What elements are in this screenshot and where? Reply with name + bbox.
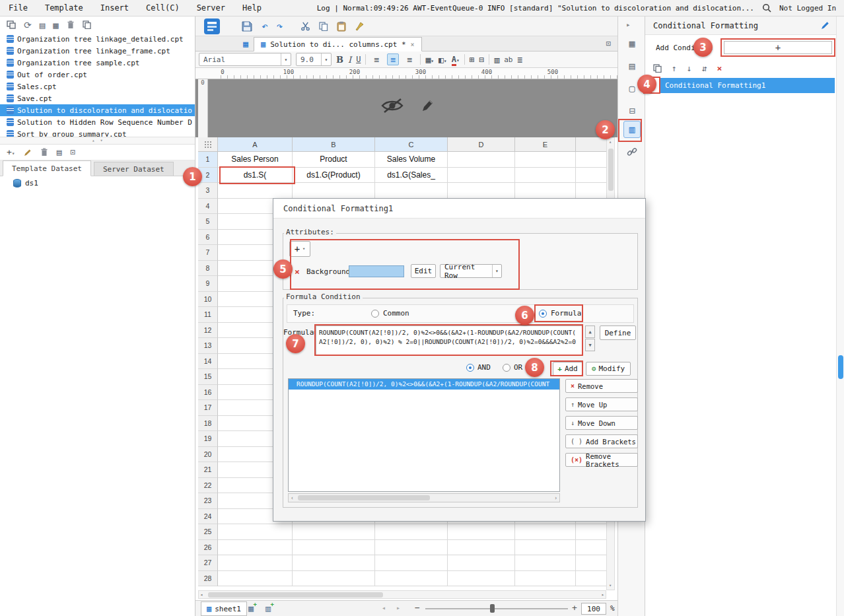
font-color-button[interactable]: A▾ <box>452 55 460 64</box>
save-icon[interactable] <box>241 20 253 32</box>
row-scope-select[interactable]: Current Row ▾ <box>440 264 502 278</box>
horizontal-scrollbar[interactable]: ◂ ▸ <box>198 590 606 599</box>
wrap-text-button[interactable]: ab <box>504 55 512 64</box>
scroll-thumb[interactable] <box>298 495 430 500</box>
cell-e28[interactable] <box>515 571 576 587</box>
add-condition-button[interactable]: + <box>724 41 832 54</box>
and-radio-label[interactable]: AND <box>477 363 491 372</box>
cell-d3[interactable] <box>448 183 515 199</box>
row-header-10[interactable]: 10 <box>198 292 218 308</box>
cell-c3[interactable] <box>375 183 448 199</box>
merge-cells-button[interactable]: ⊞ <box>470 55 475 65</box>
cell-b26[interactable] <box>293 540 375 556</box>
cell-element-tab-icon[interactable]: ▦ <box>623 35 641 52</box>
row-header-13[interactable]: 13 <box>198 338 218 354</box>
row-header-27[interactable]: 27 <box>198 555 218 571</box>
delete-condition-icon[interactable]: × <box>717 63 722 73</box>
cell-d25[interactable] <box>448 524 515 540</box>
tab-options-icon[interactable]: ⊡ <box>606 39 611 48</box>
remove-button[interactable]: ×Remove <box>565 379 638 393</box>
row-header-6[interactable]: 6 <box>198 230 218 246</box>
row-header-12[interactable]: 12 <box>198 323 218 339</box>
condition-expression-item[interactable]: ROUNDUP(COUNT(A2[!0])/2, 0)%2<>0&&(&A2+(… <box>289 379 559 390</box>
visibility-off-icon[interactable] <box>380 98 404 114</box>
tree-item[interactable]: Organization tree linkage_detailed.cpt <box>0 33 195 45</box>
undo-icon[interactable]: ↶ <box>262 20 268 32</box>
cell-e26[interactable] <box>515 540 576 556</box>
cell-f27[interactable] <box>576 555 606 571</box>
column-header-e[interactable]: E <box>515 137 576 152</box>
tree-item[interactable]: Organization tree linkage_frame.cpt <box>0 45 195 57</box>
formula-input[interactable]: ROUNDUP(COUNT(A2[!0])/2, 0)%2<>0&&(&A2+(… <box>316 325 582 355</box>
condition-item[interactable]: Conditional Formatting1 <box>645 78 835 93</box>
down-button[interactable]: ↓Move Down <box>565 416 638 430</box>
delete-dataset-icon[interactable] <box>40 148 48 156</box>
column-header-c[interactable]: C <box>375 137 448 152</box>
cell-b25[interactable] <box>293 524 375 540</box>
row-header-11[interactable]: 11 <box>198 307 218 323</box>
or-radio[interactable] <box>503 364 510 372</box>
borders-button[interactable]: ▦▾ <box>425 55 434 65</box>
cell-f1[interactable] <box>576 152 606 168</box>
cell-c25[interactable] <box>375 524 448 540</box>
cell-a25[interactable] <box>218 524 293 540</box>
row-header-16[interactable]: 16 <box>198 385 218 401</box>
common-radio[interactable] <box>371 310 379 318</box>
tree-item[interactable]: Save.cpt <box>0 92 195 104</box>
scroll-left-icon[interactable]: ◂ <box>200 592 203 598</box>
close-tab-icon[interactable]: × <box>411 41 415 48</box>
menu-item-file[interactable]: File <box>0 3 36 13</box>
cell-e27[interactable] <box>515 555 576 571</box>
template-icon[interactable] <box>203 18 221 35</box>
bold-button[interactable]: B <box>336 55 343 65</box>
copy-file-icon[interactable] <box>83 20 91 29</box>
cell-c1[interactable]: Sales Volume <box>375 152 448 168</box>
remove-brackets-button[interactable]: (×)Remove Brackets <box>565 453 638 467</box>
cell-e2[interactable] <box>515 168 576 184</box>
cell-f28[interactable] <box>576 571 606 587</box>
format-painter-icon[interactable] <box>355 21 365 31</box>
prev-sheet-icon[interactable]: ◂ <box>382 604 386 611</box>
zoom-slider-handle[interactable] <box>490 604 495 613</box>
cell-f3[interactable] <box>576 183 606 199</box>
delete-icon[interactable] <box>67 20 75 29</box>
cell-f2[interactable] <box>576 168 606 184</box>
scroll-up-icon[interactable]: ▴ <box>609 139 612 145</box>
row-header-25[interactable]: 25 <box>198 524 218 540</box>
config-icon[interactable]: ▦ <box>53 20 58 30</box>
zoom-out-icon[interactable]: − <box>415 603 420 613</box>
cell-c28[interactable] <box>375 571 448 587</box>
up-button[interactable]: ↑Move Up <box>565 397 638 411</box>
edit-dataset-icon[interactable] <box>24 149 32 156</box>
zoom-value-input[interactable]: 100 <box>581 603 606 615</box>
add-chart-sheet-icon[interactable]: ▥+ <box>265 603 271 613</box>
add-dataset-button[interactable]: +▾ <box>7 147 15 157</box>
menu-item-help[interactable]: Help <box>234 3 270 13</box>
cell-c26[interactable] <box>375 540 448 556</box>
align-left-button[interactable]: ≡ <box>370 53 382 65</box>
widget-settings-tab-icon[interactable]: ⊟ <box>623 102 641 120</box>
row-header-15[interactable]: 15 <box>198 369 218 385</box>
paste-icon[interactable] <box>337 21 346 32</box>
tree-splitter[interactable]: ▴ ▾ <box>0 137 195 145</box>
cell-f26[interactable] <box>576 540 606 556</box>
collapse-down-icon[interactable]: ▾ <box>100 138 103 143</box>
scroll-down-icon[interactable]: ▾ <box>609 583 612 588</box>
row-header-22[interactable]: 22 <box>198 478 218 494</box>
cell-f25[interactable] <box>576 524 606 540</box>
row-header-20[interactable]: 20 <box>198 447 218 463</box>
edit-background-button[interactable]: Edit <box>411 264 436 278</box>
paragraph-button[interactable]: ≣ <box>517 55 522 65</box>
column-header-b[interactable]: B <box>293 137 375 152</box>
cell-a3[interactable] <box>218 183 293 199</box>
panel-edit-pencil-icon[interactable] <box>821 21 829 30</box>
cell-d27[interactable] <box>448 555 515 571</box>
menu-item-insert[interactable]: Insert <box>92 3 137 13</box>
formula-radio[interactable] <box>539 310 547 318</box>
hyperlink-tab-icon[interactable] <box>623 143 641 160</box>
cut-icon[interactable] <box>300 21 310 31</box>
collapse-up-icon[interactable]: ▴ <box>92 138 94 143</box>
underline-button[interactable]: U <box>356 55 361 64</box>
redo-icon[interactable]: ↷ <box>277 20 283 32</box>
row-header-9[interactable]: 9 <box>198 276 218 292</box>
